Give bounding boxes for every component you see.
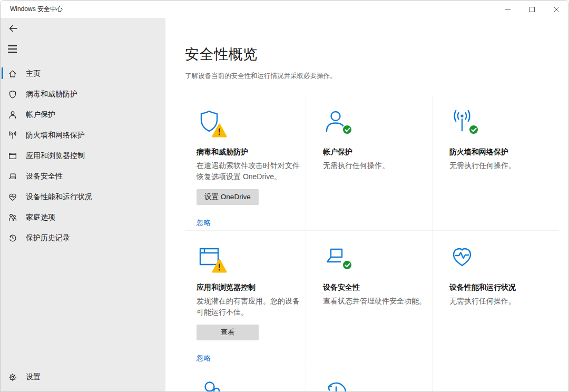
network-check-icon [449,109,475,134]
sidebar: 主页 病毒和威胁防护 帐户保护 [1,18,165,391]
browser-warning-icon [197,244,222,269]
dismiss-link[interactable]: 忽略 [197,219,211,227]
sidebar-nav: 主页 病毒和威胁防护 帐户保护 [1,63,165,248]
menu-button[interactable] [1,44,17,54]
history-icon [323,379,348,391]
title-bar: Windows 安全中心 [1,1,568,18]
review-button[interactable]: 查看 [197,325,259,340]
page-title: 安全性概览 [185,45,568,64]
person-check-icon [323,109,348,134]
close-button[interactable] [544,1,568,18]
sidebar-item-home[interactable]: 主页 [1,63,165,84]
sidebar-settings-container: 设置 [1,367,165,387]
tile-description: 查看状态并管理硬件安全功能。 [323,296,427,307]
tile-description: 无需执行任何操作。 [323,160,427,171]
heart-pulse-icon [8,192,17,202]
back-arrow-icon [8,23,18,34]
back-button[interactable] [1,23,18,34]
sidebar-item-label: 应用和浏览器控制 [26,151,85,161]
sidebar-item-protection-history[interactable]: 保护历史记录 [1,228,165,248]
shield-warning-icon [197,109,222,134]
sidebar-item-device-performance-health[interactable]: 设备性能和运行状况 [1,187,165,207]
home-icon [8,69,17,79]
sidebar-item-app-browser-control[interactable]: 应用和浏览器控制 [1,145,165,166]
tile-account-protection[interactable]: 帐户保护 无需执行任何操作。 [306,95,433,231]
ok-badge [342,260,352,270]
tile-description: 无需执行任何操作。 [449,160,554,171]
tile-title: 应用和浏览器控制 [197,283,306,292]
sidebar-item-device-security[interactable]: 设备安全性 [1,166,165,187]
main-content: 安全性概览 了解设备当前的安全性和运行情况并采取必要操作。 病毒和威胁防护 在遭… [165,18,568,391]
tile-description: 发现潜在的有害应用。您的设备可能运行不佳。 [197,296,301,318]
person-icon [8,110,17,120]
tile-device-security[interactable]: 设备安全性 查看状态并管理硬件安全功能。 [306,231,433,366]
windows-security-window: Windows 安全中心 [0,0,569,392]
tile-virus-threat-protection[interactable]: 病毒和威胁防护 在遭遇勒索软件攻击时针对文件恢复选项设置 OneDrive。 设… [185,95,306,231]
tile-app-browser-control[interactable]: 应用和浏览器控制 发现潜在的有害应用。您的设备可能运行不佳。 查看 忽略 [185,231,306,366]
sidebar-item-virus-threat-protection[interactable]: 病毒和威胁防护 [1,84,165,104]
maximize-button[interactable] [520,1,544,18]
tile-firewall-network-protection[interactable]: 防火墙和网络保护 无需执行任何操作。 [433,95,559,231]
family-icon [8,213,17,222]
sidebar-item-label: 家庭选项 [26,213,55,222]
family-icon [197,379,222,391]
sidebar-item-settings[interactable]: 设置 [1,367,165,387]
sidebar-item-label: 保护历史记录 [26,233,70,243]
sidebar-item-account-protection[interactable]: 帐户保护 [1,104,165,125]
sidebar-item-label: 防火墙和网络保护 [26,131,85,140]
sidebar-item-family-options[interactable]: 家庭选项 [1,207,165,228]
tile-family-options[interactable] [185,366,306,391]
maximize-icon [529,6,535,13]
tile-title: 设备安全性 [323,283,432,292]
window-title: Windows 安全中心 [1,5,496,14]
hamburger-icon [8,45,17,53]
sidebar-item-label: 设置 [26,373,41,382]
laptop-check-icon [323,244,348,269]
tile-title: 设备性能和运行状况 [449,283,559,292]
window-controls [496,1,568,18]
gear-icon [8,373,17,382]
sidebar-item-label: 设备安全性 [26,172,63,181]
laptop-icon [8,172,17,181]
sidebar-item-label: 帐户保护 [26,110,55,120]
warning-badge [212,259,227,273]
page-subtitle: 了解设备当前的安全性和运行情况并采取必要操作。 [185,72,568,81]
warning-badge [212,123,227,138]
tile-description: 无需执行任何操作。 [449,296,554,307]
tile-device-performance-health[interactable]: 设备性能和运行状况 无需执行任何操作。 [433,231,559,366]
security-tile-grid: 病毒和威胁防护 在遭遇勒索软件攻击时针对文件恢复选项设置 OneDrive。 设… [185,95,559,391]
setup-onedrive-button[interactable]: 设置 OneDrive [197,189,259,205]
heart-pulse-icon [449,244,475,269]
sidebar-item-label: 设备性能和运行状况 [26,192,92,202]
sidebar-item-label: 主页 [26,69,41,79]
network-icon [8,131,17,140]
tile-empty [433,366,559,391]
sidebar-item-label: 病毒和威胁防护 [26,90,77,99]
ok-badge [468,124,479,135]
browser-icon [8,151,17,161]
tile-description: 在遭遇勒索软件攻击时针对文件恢复选项设置 OneDrive。 [197,160,301,182]
minimize-button[interactable] [496,1,520,18]
minimize-icon [505,6,511,13]
shield-icon [8,90,17,99]
tile-protection-history[interactable] [306,366,433,391]
tile-title: 病毒和威胁防护 [197,148,306,157]
tile-title: 防火墙和网络保护 [449,148,559,157]
history-icon [8,233,17,243]
close-icon [553,6,560,13]
ok-badge [342,124,352,135]
dismiss-link[interactable]: 忽略 [197,354,211,362]
sidebar-item-firewall-network-protection[interactable]: 防火墙和网络保护 [1,125,165,145]
tile-title: 帐户保护 [323,148,432,157]
